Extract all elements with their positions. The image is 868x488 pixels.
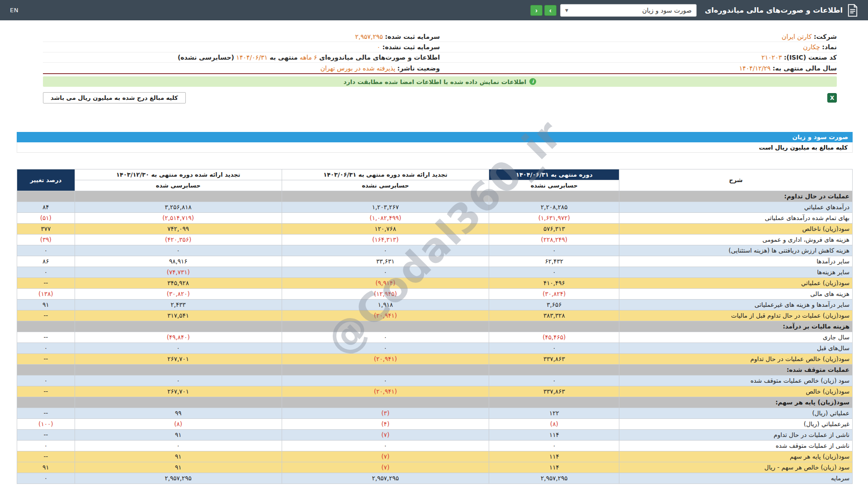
table-row: بهای تمام شده درآمدهای عملیاتی(۱,۶۳۱,۹۷۲… [17,213,853,224]
row-label: عملیاتي (ریال) [619,408,853,419]
cell-change-percent: ۹۱ [17,462,75,473]
section-empty-cell [282,365,489,375]
cell-current: (۸) [489,419,619,430]
toolbar: X کلیه مبالغ درج شده به میلیون ریال می ب… [43,92,837,104]
cell-change-percent: ۳۷۷ [17,224,75,235]
row-label: ناشی از عملیات متوقف شده [619,441,853,451]
cell-current: ۰ [489,343,619,354]
table-row: سود(زیان) پایه هر سهم۱۱۴(۷)۹۱-- [17,451,853,462]
chevron-down-icon: ▼ [565,8,568,13]
cell-change-percent: ۸۴ [17,202,75,213]
field-label: شرکت: [814,33,837,40]
field-value: ۱۴۰۴/۱۲/۲۹ [739,65,771,72]
table-row: سود(زیان) عملیاتي۴۱۰,۴۹۶(۹,۹۱۴)۳۴۵,۹۲۸-- [17,278,853,289]
cell-current: (۲۲۸,۲۴۹) [489,235,619,245]
cell-prev-mid: (۱,۰۸۲,۴۹۹) [282,213,489,224]
row-label: سود (زیان) خالص هر سهم - ریال [619,462,853,473]
cell-prev-mid: ۱,۲۰۳,۲۶۷ [282,202,489,213]
nav-back-button[interactable]: ‹ [530,5,542,16]
unit-note: کلیه مبالغ درج شده به میلیون ریال می باش… [43,92,186,103]
symbol-link[interactable]: چکارن [803,43,820,51]
row-label: هزینه های فروش، اداری و عمومی [619,235,853,245]
info-cell-unregistered-capital: سرمایه ثبت نشده: ۰ [43,43,440,51]
cell-current: ۲,۲۰۸,۲۸۵ [489,202,619,213]
period-suffix: (حسابرسی نشده) [178,54,234,61]
row-label: سال جاری [619,332,853,343]
row-label: سرمایه [619,473,853,484]
field-label: کد صنعت (ISIC): [784,54,837,61]
row-label: درآمدهاي عملياتي [619,202,853,213]
cell-change-percent: -- [17,408,75,419]
cell-prev-mid: ۳۳,۶۳۱ [282,256,489,267]
cell-prev-year: ۳۱۷,۵۴۱ [75,310,282,321]
cell-prev-year: ۲۶۷,۷۰۱ [75,386,282,397]
cell-prev-year: ۲۶۷,۷۰۱ [75,354,282,365]
section-label: هزینه مالیات بر درآمد: [619,321,853,332]
period-mid: منتهی به [269,54,297,61]
col-header-change-percent: درصد تغییر [17,169,75,191]
cell-prev-year: ۰ [75,343,282,354]
company-link[interactable]: کارتن ایران [782,33,811,40]
info-cell-company: شرکت: کارتن ایران [440,33,837,40]
info-row: نماد: چکارن سرمایه ثبت نشده: ۰ [43,42,837,52]
row-label: ناشی از عملیات در حال تداوم [619,430,853,441]
cell-prev-year: (۳۰,۸۲۰) [75,289,282,300]
section-empty-cell [17,397,75,408]
table-row: درآمدهاي عملياتي۲,۲۰۸,۲۸۵۱,۲۰۳,۲۶۷۳,۲۵۶,… [17,202,853,213]
cell-current: (۱,۶۳۱,۹۷۲) [489,213,619,224]
cell-prev-mid: ۰ [282,441,489,451]
language-toggle[interactable]: EN [10,7,19,14]
report-type-dropdown[interactable]: صورت سود و زیان ▼ [560,4,697,17]
cell-current: ۶۲,۴۳۲ [489,256,619,267]
cell-change-percent: ۰ [17,343,75,354]
row-label: سود(زیان) خالص عملیات در حال تداوم [619,354,853,365]
cell-prev-mid: ۰ [282,343,489,354]
cell-prev-year: ۹۱ [75,462,282,473]
cell-prev-mid: ۰ [282,332,489,343]
table-row: سود(زیان) خالص۳۳۷,۸۶۳(۲۰,۹۴۱)۲۶۷,۷۰۱-- [17,386,853,397]
cell-prev-year: ۰ [75,245,282,256]
section-empty-cell [75,191,282,202]
nav-forward-button[interactable]: › [544,5,557,16]
field-value: پذیرفته شده در بورس تهران [321,65,396,72]
cell-change-percent: -- [17,386,75,397]
table-row: هزینه های مالی(۳۰,۸۲۴)(۱۲,۹۴۵)(۳۰,۸۲۰)(۱… [17,289,853,300]
cell-prev-mid: ۱,۹۱۸ [282,300,489,310]
row-label: بهای تمام شده درآمدهای عملیاتی [619,213,853,224]
cell-change-percent: ۰ [17,245,75,256]
cell-current: ۱۱۴ [489,451,619,462]
section-label: سود(زیان) پایه هر سهم: [619,397,853,408]
section-empty-cell [75,321,282,332]
cell-current: ۰ [489,245,619,256]
cell-prev-year: ۲,۹۵۷,۲۹۵ [75,473,282,484]
row-label: سایر هزینه‌ها [619,267,853,278]
cell-current: ۱۱۴ [489,462,619,473]
cell-current: ۱۱۴ [489,430,619,441]
cell-change-percent: ۰ [17,267,75,278]
table-row: سایر درآمدها۶۲,۴۳۲۳۳,۶۳۱۹۸,۹۱۶۸۶ [17,256,853,267]
info-row: شرکت: کارتن ایران سرمایه ثبت شده: ۲,۹۵۷,… [43,32,837,42]
info-cell-symbol: نماد: چکارن [440,43,837,51]
cell-prev-mid: (۳) [282,408,489,419]
info-cell-isic: کد صنعت (ISIC): ۲۱۰۲۰۳ [440,54,837,61]
row-label: غیرعملیاتي (ریال) [619,419,853,430]
row-label: سود(زیان) ناخالص [619,224,853,235]
table-row: سود(زیان) خالص عملیات در حال تداوم۳۳۷,۸۶… [17,354,853,365]
cell-prev-year: ۹۸,۹۱۶ [75,256,282,267]
excel-export-icon[interactable]: X [827,93,837,103]
cell-change-percent: (۱۳۸) [17,289,75,300]
info-row: سال مالی منتهی به: ۱۴۰۴/۱۲/۲۹ وضعیت ناشر… [43,63,837,73]
info-cell-registered-capital: سرمایه ثبت شده: ۲,۹۵۷,۲۹۵ [43,33,440,40]
top-bar: اطلاعات و صورت‌های مالی میاندوره‌ای صورت… [0,0,868,20]
section-row: عملیات در حال تداوم: [17,191,853,202]
page-title: اطلاعات و صورت‌های مالی میاندوره‌ای [705,6,843,14]
field-value: ۲,۹۵۷,۲۹۵ [355,33,383,40]
income-statement-table: شرح دوره منتهی به ۱۴۰۴/۰۶/۳۱ تجدید ارائه… [17,169,853,484]
field-label: سرمایه ثبت شده: [385,33,440,40]
cell-prev-mid: ۰ [282,267,489,278]
table-row: ناشی از عملیات متوقف شده۰۰۰۰ [17,441,853,451]
cell-change-percent: ۹۱ [17,300,75,310]
section-row: عملیات متوقف شده: [17,365,853,375]
company-info: شرکت: کارتن ایران سرمایه ثبت شده: ۲,۹۵۷,… [43,32,837,74]
cell-current: ۳,۶۵۶ [489,300,619,310]
